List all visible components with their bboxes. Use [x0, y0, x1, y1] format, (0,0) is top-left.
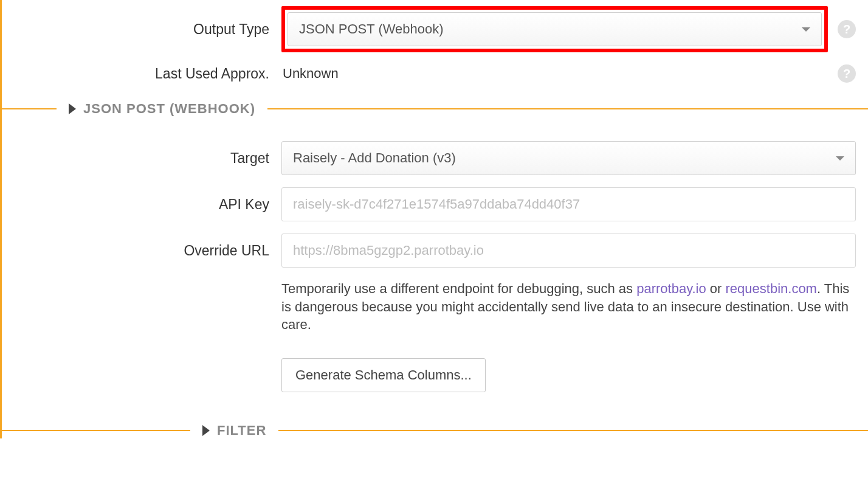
- chevron-down-icon: [836, 156, 844, 161]
- section-header: FILTER: [190, 423, 278, 438]
- label-output-type: Output Type: [2, 21, 281, 38]
- help-icon[interactable]: ?: [838, 20, 856, 38]
- section-title-json-post: JSON POST (WEBHOOK): [83, 101, 255, 117]
- triangle-right-icon: [69, 103, 76, 114]
- hint-part2: or: [706, 281, 726, 296]
- hint-text: Temporarily use a different endpoint for…: [281, 274, 856, 334]
- field-target: Raisely - Add Donation (v3): [281, 141, 868, 175]
- help-icon[interactable]: ?: [838, 64, 856, 83]
- value-last-used: Unknown: [281, 66, 828, 81]
- row-api-key: API Key: [2, 181, 868, 227]
- input-api-key[interactable]: [281, 187, 856, 221]
- label-target: Target: [2, 150, 281, 167]
- select-target[interactable]: Raisely - Add Donation (v3): [281, 141, 856, 175]
- divider-line: [267, 108, 868, 109]
- select-output-type-value: JSON POST (Webhook): [299, 21, 444, 37]
- section-title-filter: FILTER: [217, 423, 266, 438]
- field-override-url: [281, 234, 868, 268]
- input-override-url[interactable]: [281, 234, 856, 268]
- divider-line: [2, 108, 57, 109]
- highlight-output-type: JSON POST (Webhook): [281, 6, 828, 52]
- link-parrotbay[interactable]: parrotbay.io: [636, 281, 706, 296]
- divider-line: [278, 430, 868, 431]
- row-last-used: Last Used Approx. Unknown ?: [2, 58, 868, 89]
- field-output-type: JSON POST (Webhook) ?: [281, 6, 868, 52]
- section-filter[interactable]: FILTER: [2, 423, 868, 438]
- section-json-post[interactable]: JSON POST (WEBHOOK): [2, 101, 868, 117]
- hint-part1: Temporarily use a different endpoint for…: [281, 281, 636, 296]
- chevron-down-icon: [802, 27, 810, 32]
- field-api-key: [281, 187, 868, 221]
- label-api-key: API Key: [2, 196, 281, 213]
- row-gen-schema: Generate Schema Columns...: [2, 340, 868, 398]
- select-target-value: Raisely - Add Donation (v3): [293, 150, 456, 166]
- hint-wrap: Temporarily use a different endpoint for…: [281, 274, 868, 334]
- link-requestbin[interactable]: requestbin.com: [726, 281, 817, 296]
- row-hint: Temporarily use a different endpoint for…: [2, 274, 868, 340]
- row-output-type: Output Type JSON POST (Webhook) ?: [2, 0, 868, 58]
- section-header: JSON POST (WEBHOOK): [57, 101, 267, 117]
- row-target: Target Raisely - Add Donation (v3): [2, 135, 868, 181]
- form-panel: Output Type JSON POST (Webhook) ? Last U…: [0, 0, 868, 438]
- field-last-used: Unknown ?: [281, 64, 868, 83]
- row-override-url: Override URL: [2, 227, 868, 274]
- select-output-type[interactable]: JSON POST (Webhook): [288, 12, 822, 46]
- label-override-url: Override URL: [2, 243, 281, 259]
- triangle-right-icon: [202, 425, 210, 436]
- label-last-used: Last Used Approx.: [2, 66, 281, 82]
- generate-schema-button[interactable]: Generate Schema Columns...: [281, 358, 486, 392]
- field-gen-schema: Generate Schema Columns...: [281, 358, 868, 392]
- divider-line: [2, 430, 190, 431]
